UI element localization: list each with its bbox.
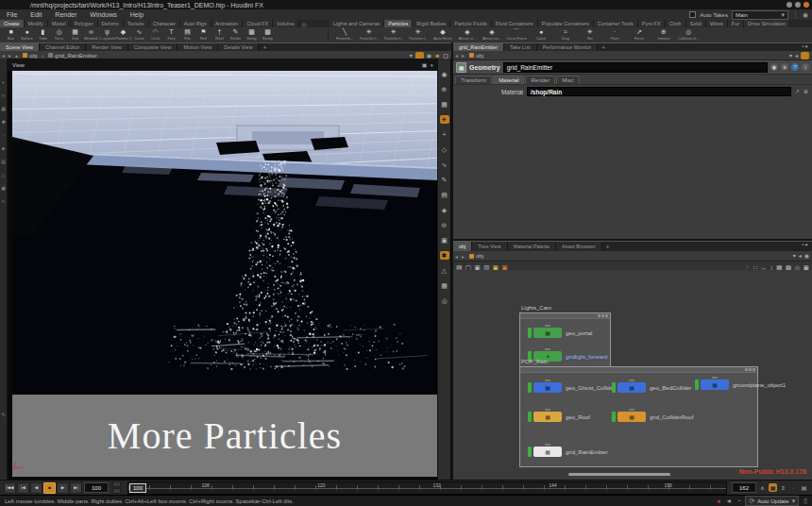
- node-body[interactable]: ▦: [533, 412, 562, 422]
- forward-icon[interactable]: ▸: [7, 52, 13, 59]
- network-node[interactable]: ▦ grid_RainEmitter: [528, 447, 608, 457]
- viewport[interactable]: +◇▦✱○◈▤△▣∿✎ View ▣ ●: [0, 59, 451, 480]
- search-icon[interactable]: ◉: [804, 252, 809, 260]
- parm-filter-icon[interactable]: ≡: [781, 63, 788, 71]
- playbar-option-icon[interactable]: ∧: [758, 483, 767, 492]
- node-display-flag[interactable]: [528, 447, 532, 457]
- pane-tab[interactable]: Details View: [218, 43, 259, 51]
- node-display-flag[interactable]: [612, 382, 616, 393]
- viewport-tool-icon[interactable]: ◇: [440, 145, 449, 154]
- shelf-tool[interactable]: ⊕ Interact: [651, 27, 676, 41]
- network-node[interactable]: ▦ geo_Roof: [528, 412, 590, 422]
- network-box-pop-rain[interactable]: POP_Rain ▦ geo_Ghost_Collider ▦ geo: [519, 366, 758, 467]
- shelf-tool[interactable]: ψ L-system: [99, 27, 115, 41]
- pane-tab[interactable]: Tree View: [472, 242, 507, 251]
- pane-controls[interactable]: ▪●: [802, 43, 812, 51]
- shelf-tool[interactable]: ∿ Curve: [131, 27, 147, 41]
- path-chip-obj[interactable]: obj: [466, 253, 486, 259]
- new-pane-tab-button[interactable]: +: [598, 43, 609, 51]
- shelf-tool[interactable]: ✳ Net: [578, 27, 602, 41]
- network-node[interactable]: ▦ groundplane_object1: [695, 380, 786, 390]
- current-frame-marker[interactable]: 100: [129, 483, 146, 493]
- shelf-tool[interactable]: ∞ Metaball: [83, 27, 99, 41]
- pane-tab[interactable]: grid_RainEmitter: [453, 43, 504, 51]
- viewport-tool-icon[interactable]: △: [2, 172, 6, 177]
- viewport-tool-icon[interactable]: ◉: [440, 70, 449, 78]
- more-options-icon[interactable]: ⋮: [792, 11, 799, 18]
- shelf-tab[interactable]: Wires: [706, 20, 728, 27]
- auto-update-selector[interactable]: ⟳ Auto Update ▾: [745, 496, 799, 506]
- chevron-down-icon[interactable]: ▾: [793, 252, 796, 260]
- node-display-flag[interactable]: [695, 380, 699, 390]
- viewport-tool-icon[interactable]: ∿: [440, 160, 449, 169]
- shelf-tab[interactable]: Texture: [124, 20, 149, 27]
- pane-tab[interactable]: Scene View: [0, 43, 40, 51]
- shelf-gear-icon[interactable]: ◎: [298, 20, 309, 27]
- viewport-tool-icon[interactable]: ∿: [1, 198, 5, 204]
- audio-icon[interactable]: ◄: [725, 498, 732, 504]
- viewport-tool-icon[interactable]: ✱: [1, 119, 5, 125]
- menu-item[interactable]: Windows: [83, 11, 123, 18]
- chevron-down-icon[interactable]: ▾: [789, 52, 792, 59]
- shelf-tab[interactable]: Model: [48, 20, 71, 27]
- persp-icon[interactable]: ●: [430, 61, 433, 69]
- pane-tab[interactable]: Take List: [504, 43, 537, 51]
- trash-icon[interactable]: ▯: [804, 498, 807, 504]
- node-body[interactable]: ▦: [701, 380, 729, 390]
- pane-tab[interactable]: Motion View: [178, 43, 218, 51]
- network-node[interactable]: ▦ geo_BedCollider: [612, 382, 691, 393]
- shelf-tool[interactable]: ◆ Auto Fetch: [431, 27, 455, 41]
- viewport-tool-icon[interactable]: +: [2, 79, 5, 85]
- menu-item[interactable]: Render: [48, 11, 83, 18]
- shelf-tab[interactable]: Particles: [384, 20, 413, 27]
- new-pane-tab-button[interactable]: +: [259, 43, 270, 51]
- shelf-tool[interactable]: ◆ Platonic S...: [115, 27, 131, 41]
- shelf-tab[interactable]: Fur: [728, 20, 744, 27]
- memory-icon[interactable]: ◔: [736, 498, 740, 504]
- path-chip-obj[interactable]: obj: [466, 53, 486, 59]
- shelf-tab[interactable]: Character: [149, 20, 180, 27]
- shelf-tool[interactable]: ✳ Particles f...: [381, 27, 406, 41]
- node-display-flag[interactable]: [528, 328, 532, 338]
- help-icon[interactable]: ?: [791, 63, 799, 71]
- viewport-tool-icon[interactable]: △: [440, 266, 449, 275]
- transport-button[interactable]: ▶|: [70, 482, 82, 494]
- viewport-tool-icon[interactable]: ◎: [440, 296, 449, 305]
- shelf-tool[interactable]: ▩ Sticky: [244, 27, 260, 41]
- shelf-tab[interactable]: Volume: [273, 20, 298, 27]
- shelf-tab[interactable]: Modify: [25, 20, 48, 27]
- shelf-tool[interactable]: ◠ Circle: [147, 27, 163, 41]
- viewport-tool-icon[interactable]: ◈: [2, 145, 6, 151]
- shelf-tool[interactable]: ↗ Force: [627, 27, 651, 41]
- transport-button[interactable]: |◀◀: [4, 482, 16, 494]
- shelf-tool[interactable]: ▮ Tube: [35, 27, 51, 41]
- viewport-tool-icon[interactable]: ✳: [440, 115, 449, 124]
- take-selector[interactable]: Main ▾: [732, 10, 788, 20]
- network-node[interactable]: ▦ geo_portal: [528, 328, 592, 338]
- pane-controls[interactable]: ▪●: [802, 242, 812, 251]
- shelf-tool[interactable]: ◎ Collision d...: [676, 27, 701, 41]
- close-button[interactable]: [804, 2, 809, 8]
- playbar-option-icon[interactable]: ▦: [769, 483, 777, 492]
- network-box-header[interactable]: [520, 367, 757, 373]
- shelf-tab[interactable]: Particle Fluids: [450, 20, 492, 27]
- node-body[interactable]: ▦: [533, 328, 562, 338]
- shelf-tool[interactable]: † Rivet: [211, 27, 228, 41]
- transport-button[interactable]: |◀: [17, 482, 29, 494]
- shelf-tool[interactable]: ◈ Attract st...: [455, 27, 480, 41]
- shelf-tab[interactable]: Drive Simulation: [744, 20, 790, 27]
- shelf-tool[interactable]: ✎ Stroke: [228, 27, 244, 41]
- shelf-tool[interactable]: ▤ File: [179, 27, 195, 41]
- node-jump-icon[interactable]: ↗: [795, 88, 800, 95]
- network-hscrollbar[interactable]: [568, 473, 670, 476]
- node-display-flag[interactable]: [612, 412, 616, 422]
- shelf-tab[interactable]: Cloth: [666, 20, 686, 27]
- network-box-header[interactable]: [520, 313, 610, 319]
- network-graph[interactable]: Lights_Cam ▦ geo_portal ☀ gridlight: [453, 270, 812, 478]
- shelf-tool[interactable]: ● Sphere: [19, 27, 35, 41]
- viewport-tool-icon[interactable]: ▦: [440, 281, 449, 290]
- shelf-tool[interactable]: ✳ Particles f...: [406, 27, 431, 41]
- shelf-tab[interactable]: Auto Rigs: [180, 20, 211, 27]
- maximize-button[interactable]: [795, 2, 801, 8]
- pane-tab[interactable]: Material Palette: [508, 242, 556, 251]
